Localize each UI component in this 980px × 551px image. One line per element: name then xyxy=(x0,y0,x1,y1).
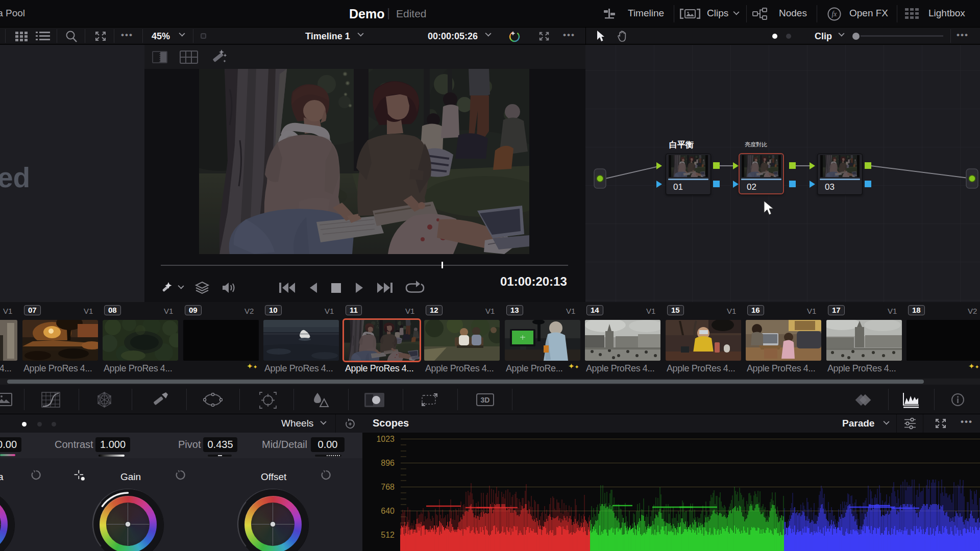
svg-text:640: 640 xyxy=(381,507,395,515)
svg-text:768: 768 xyxy=(381,483,395,491)
svg-text:512: 512 xyxy=(381,531,395,539)
svg-text:896: 896 xyxy=(381,459,395,467)
svg-text:3D: 3D xyxy=(481,396,490,404)
svg-text:fx: fx xyxy=(832,10,837,18)
svg-text:1023: 1023 xyxy=(376,435,395,443)
